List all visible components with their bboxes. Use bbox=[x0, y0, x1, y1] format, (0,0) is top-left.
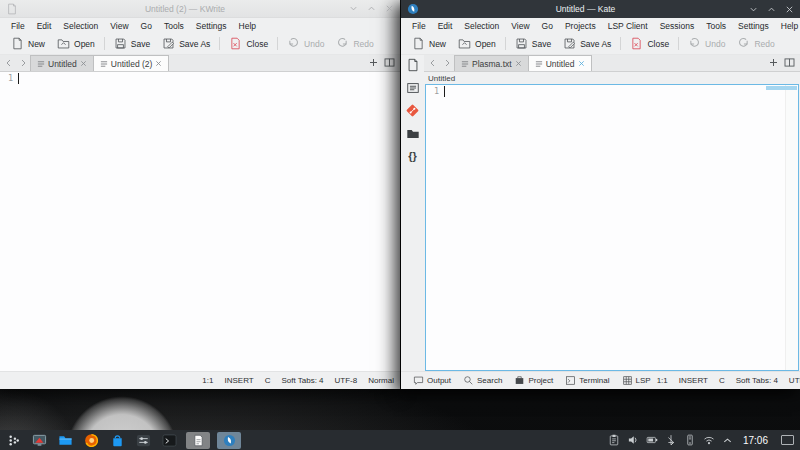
kwrite-menu-tools[interactable]: Tools bbox=[158, 20, 190, 32]
kwrite-new-button[interactable]: New bbox=[5, 35, 51, 52]
filesystem-toolview-button[interactable] bbox=[405, 126, 420, 141]
url-navigator-breadcrumb[interactable]: Untitled bbox=[424, 72, 800, 84]
kwrite-maximize-button[interactable] bbox=[367, 4, 376, 13]
kate-menu-help[interactable]: Help bbox=[775, 20, 800, 32]
kate-save-as-button[interactable]: Save As bbox=[557, 35, 617, 52]
kwrite-redo-button[interactable]: Redo bbox=[330, 35, 379, 52]
kwrite-save-button[interactable]: Save bbox=[108, 35, 156, 52]
kwrite-minimize-button[interactable] bbox=[349, 4, 358, 13]
bluetooth-tray-icon[interactable] bbox=[665, 434, 677, 446]
firefox-launcher[interactable] bbox=[82, 431, 101, 449]
highlight-mode-status[interactable]: Normal bbox=[368, 376, 394, 385]
kate-save-button[interactable]: Save bbox=[509, 35, 557, 52]
kwrite-menu-settings[interactable]: Settings bbox=[190, 20, 233, 32]
kwrite-undo-button[interactable]: Undo bbox=[281, 35, 330, 52]
project-toolview-button[interactable]: Project bbox=[508, 375, 559, 386]
symbols-toolview-button[interactable]: {} bbox=[405, 149, 420, 164]
tab-close-icon[interactable] bbox=[155, 60, 162, 67]
text-area[interactable] bbox=[442, 85, 798, 370]
discover-launcher[interactable] bbox=[108, 431, 127, 449]
kwrite-task-button[interactable] bbox=[186, 432, 210, 449]
kwrite-close-doc-button[interactable]: Close bbox=[223, 35, 274, 52]
kwrite-menu-edit[interactable]: Edit bbox=[31, 20, 58, 32]
kate-menu-lsp-client[interactable]: LSP Client bbox=[602, 20, 654, 32]
documents-toolview-button[interactable] bbox=[405, 57, 420, 72]
lsp-toolview-button[interactable]: LSP bbox=[616, 375, 657, 386]
kate-menu-edit[interactable]: Edit bbox=[432, 20, 459, 32]
minimap-view-indicator[interactable] bbox=[766, 86, 797, 90]
new-tab-plus-icon[interactable] bbox=[769, 58, 778, 67]
cursor-position-status[interactable]: 1:1 bbox=[657, 376, 668, 385]
tab-close-icon[interactable] bbox=[578, 60, 585, 67]
kate-menu-tools[interactable]: Tools bbox=[700, 20, 732, 32]
kate-menu-selection[interactable]: Selection bbox=[458, 20, 505, 32]
split-view-icon[interactable] bbox=[784, 58, 795, 67]
git-toolview-button[interactable] bbox=[405, 103, 420, 118]
kwrite-tab-untitled-2[interactable]: Untitled (2) bbox=[94, 55, 170, 71]
output-toolview-button[interactable]: Output bbox=[407, 375, 457, 386]
input-mode-status[interactable]: INSERT bbox=[679, 376, 708, 385]
tab-mode-status[interactable]: Soft Tabs: 4 bbox=[281, 376, 323, 385]
clipboard-tray-icon[interactable] bbox=[608, 434, 620, 446]
kwrite-titlebar[interactable]: Untitled (2) — KWrite bbox=[0, 0, 400, 18]
kate-menu-file[interactable]: File bbox=[406, 20, 432, 32]
kate-titlebar[interactable]: Untitled — Kate bbox=[401, 0, 800, 18]
kwrite-menu-selection[interactable]: Selection bbox=[57, 20, 104, 32]
kate-undo-button[interactable]: Undo bbox=[682, 35, 731, 52]
cursor-position-status[interactable]: 1:1 bbox=[202, 376, 213, 385]
tab-close-icon[interactable] bbox=[80, 60, 87, 67]
kate-menu-sessions[interactable]: Sessions bbox=[654, 20, 701, 32]
kate-menu-go[interactable]: Go bbox=[536, 20, 559, 32]
input-mode-status[interactable]: INSERT bbox=[224, 376, 253, 385]
new-tab-plus-icon[interactable] bbox=[369, 58, 378, 67]
kate-menu-view[interactable]: View bbox=[505, 20, 535, 32]
kwrite-close-button[interactable] bbox=[385, 4, 394, 13]
app-launcher-button[interactable] bbox=[4, 431, 23, 449]
device-notifier-tray-icon[interactable] bbox=[684, 434, 696, 446]
scrollbar-minimap[interactable] bbox=[785, 85, 798, 370]
volume-tray-icon[interactable] bbox=[627, 434, 639, 446]
tab-forward-button[interactable] bbox=[440, 55, 454, 71]
indent-mode-status[interactable]: C bbox=[719, 376, 725, 385]
tab-mode-status[interactable]: Soft Tabs: 4 bbox=[736, 376, 778, 385]
file-manager-launcher[interactable] bbox=[56, 431, 75, 449]
kate-close-button[interactable] bbox=[785, 5, 794, 14]
search-toolview-button[interactable]: Search bbox=[457, 375, 508, 386]
kwrite-menu-go[interactable]: Go bbox=[135, 20, 158, 32]
kate-maximize-button[interactable] bbox=[767, 5, 776, 14]
kate-menu-projects[interactable]: Projects bbox=[559, 20, 602, 32]
kwrite-menu-file[interactable]: File bbox=[5, 20, 31, 32]
encoding-status[interactable]: UTF-8 bbox=[789, 376, 800, 385]
media-player-launcher[interactable] bbox=[30, 431, 49, 449]
tab-close-icon[interactable] bbox=[515, 60, 522, 67]
show-desktop-button[interactable] bbox=[781, 435, 794, 445]
kate-close-doc-button[interactable]: Close bbox=[624, 35, 675, 52]
kwrite-menu-view[interactable]: View bbox=[104, 20, 134, 32]
kwrite-save-as-button[interactable]: Save As bbox=[156, 35, 216, 52]
indent-mode-status[interactable]: C bbox=[265, 376, 271, 385]
system-settings-launcher[interactable] bbox=[134, 431, 153, 449]
wifi-tray-icon[interactable] bbox=[703, 434, 715, 446]
text-area[interactable] bbox=[16, 72, 400, 371]
tab-forward-button[interactable] bbox=[16, 55, 30, 71]
kate-menu-settings[interactable]: Settings bbox=[732, 20, 775, 32]
filelist-toolview-button[interactable] bbox=[405, 80, 420, 95]
kate-editor[interactable]: 1 bbox=[425, 84, 799, 371]
split-view-icon[interactable] bbox=[384, 58, 395, 67]
kate-task-button[interactable] bbox=[217, 432, 241, 449]
battery-tray-icon[interactable] bbox=[646, 434, 658, 446]
clock[interactable]: 17:06 bbox=[743, 435, 768, 446]
tray-expander-caret-icon[interactable] bbox=[722, 435, 733, 446]
encoding-status[interactable]: UTF-8 bbox=[335, 376, 358, 385]
kate-new-button[interactable]: New bbox=[406, 35, 452, 52]
kate-redo-button[interactable]: Redo bbox=[731, 35, 780, 52]
tab-back-button[interactable] bbox=[2, 55, 16, 71]
kate-minimize-button[interactable] bbox=[749, 5, 758, 14]
kate-tab-plasma-txt[interactable]: Plasma.txt bbox=[454, 55, 529, 71]
kwrite-tab-untitled[interactable]: Untitled bbox=[30, 55, 94, 71]
kwrite-menu-help[interactable]: Help bbox=[233, 20, 262, 32]
kate-open-button[interactable]: Open bbox=[452, 35, 502, 52]
kwrite-open-button[interactable]: Open bbox=[51, 35, 101, 52]
kate-tab-untitled[interactable]: Untitled bbox=[529, 55, 592, 71]
kwrite-editor[interactable]: 1 bbox=[0, 72, 400, 371]
